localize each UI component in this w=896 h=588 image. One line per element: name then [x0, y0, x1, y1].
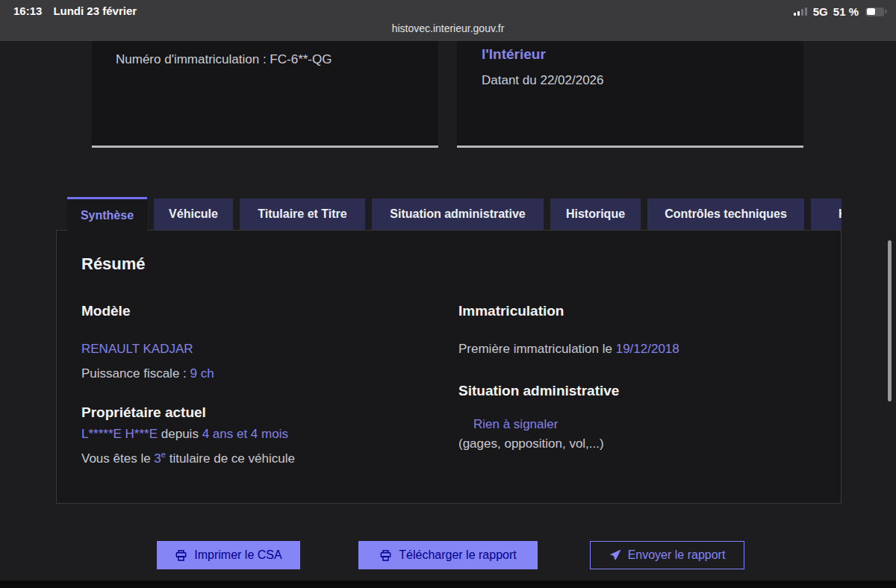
safari-dark-page: 16:13 Lundi 23 février 5G 51 % histovec.…: [0, 0, 896, 588]
ministry-title: l'Intérieur: [482, 46, 779, 63]
report-date: Datant du 22/02/2026: [482, 73, 779, 88]
tab-titulaire-et-titre[interactable]: Titulaire et Titre: [240, 198, 365, 230]
holder-suffix: titulaire de ce véhicule: [169, 451, 295, 466]
send-report-label: Envoyer le rapport: [628, 548, 726, 562]
owner-since-label: depuis: [161, 427, 199, 441]
download-report-label: Télécharger le rapport: [399, 548, 516, 562]
owner-since-value: 4 ans et 4 mois: [202, 427, 288, 441]
print-csa-label: Imprimer le CSA: [194, 548, 281, 562]
send-icon: [609, 549, 621, 561]
tab-synthese[interactable]: Synthèse: [67, 197, 147, 231]
print-csa-button[interactable]: Imprimer le CSA: [157, 541, 300, 569]
battery-percent: 51 %: [833, 5, 859, 18]
first-registration-date: 19/12/2018: [616, 342, 679, 356]
situation-heading: Situation administrative: [458, 382, 817, 400]
bottom-band: [0, 581, 896, 588]
status-left: 16:13 Lundi 23 février: [13, 4, 137, 17]
model-name: RENAULT KADJAR: [81, 341, 440, 357]
tab-historique[interactable]: Historique: [550, 198, 641, 230]
download-report-button[interactable]: Télécharger le rapport: [358, 541, 538, 569]
holder-rank: 3e: [154, 451, 166, 466]
tab-vehicule[interactable]: Véhicule: [154, 198, 233, 230]
panel-title: Résumé: [81, 254, 146, 274]
owner-heading: Propriétaire actuel: [81, 404, 440, 422]
page-scrollbar[interactable]: [888, 240, 892, 401]
registration-heading: Immatriculation: [458, 302, 817, 320]
printer-icon: [379, 549, 392, 562]
ministry-card: l'Intérieur Datant du 22/02/2026: [457, 41, 803, 148]
first-registration-line: Première immatriculation le 19/12/2018: [458, 341, 817, 357]
tab-controles-techniques[interactable]: Contrôles techniques: [647, 198, 804, 230]
battery-icon: [865, 7, 884, 16]
registration-column: Immatriculation Première immatriculation…: [458, 302, 817, 451]
owner-line: L*****E H***E depuis 4 ans et 4 mois: [81, 426, 440, 442]
fiscal-power-line: Puissance fiscale : 9 ch: [81, 366, 440, 381]
registration-number: Numéro d'immatriculation : FC-6**-QG: [116, 52, 414, 67]
situation-note: (gages, opposition, vol,...): [458, 436, 817, 451]
tab-bar: Synthèse Véhicule Titulaire et Titre Sit…: [56, 197, 841, 231]
situation-status: Rien à signaler: [458, 416, 817, 432]
model-heading: Modèle: [81, 302, 440, 320]
send-report-button[interactable]: Envoyer le rapport: [590, 541, 744, 569]
date: Lundi 23 février: [53, 4, 137, 17]
model-column: Modèle RENAULT KADJAR Puissance fiscale …: [81, 302, 440, 466]
cellular-signal-icon: [794, 7, 807, 16]
synthese-panel: Résumé Modèle RENAULT KADJAR Puissance f…: [56, 230, 841, 504]
printer-icon: [175, 549, 187, 562]
status-right: 5G 51 %: [794, 5, 884, 18]
address-bar[interactable]: histovec.interieur.gouv.fr: [0, 22, 896, 34]
csa-card: Numéro d'immatriculation : FC-6**-QG: [92, 41, 438, 148]
first-registration-label: Première immatriculation le: [458, 342, 612, 356]
fiscal-power-value: 9 ch: [190, 366, 214, 381]
clock: 16:13: [13, 4, 42, 17]
tab-kilometrage[interactable]: Kilométrage: [811, 198, 841, 230]
ios-top-bar: 16:13 Lundi 23 février 5G 51 % histovec.…: [0, 0, 896, 41]
fiscal-power-label: Puissance fiscale :: [81, 366, 187, 381]
network-type: 5G: [813, 5, 828, 18]
holder-prefix: Vous êtes le: [81, 451, 151, 466]
holder-line: Vous êtes le 3e titulaire de ce véhicule: [81, 447, 440, 466]
owner-name: L*****E H***E: [81, 427, 158, 441]
tab-situation-administrative[interactable]: Situation administrative: [372, 198, 544, 230]
